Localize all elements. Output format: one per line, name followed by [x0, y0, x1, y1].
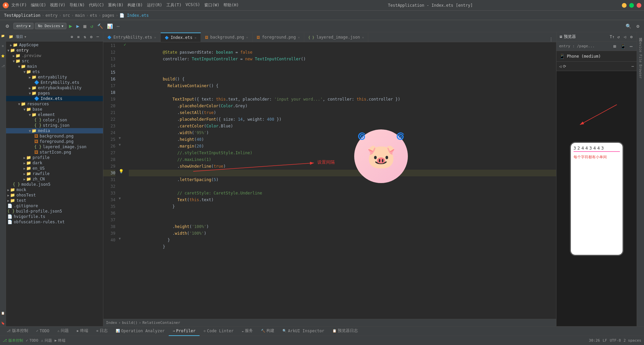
tab-layered-json[interactable]: { } layered_image.json ✕ — [304, 33, 368, 42]
tab-fg-png[interactable]: 🖼 foreground.png ✕ — [253, 33, 304, 42]
tab-close-icon[interactable]: ✕ — [195, 36, 197, 40]
structure-icon[interactable]: ⚙ — [2, 44, 4, 48]
status-lf[interactable]: LF — [603, 338, 607, 343]
preview-settings-icon[interactable]: ⚙ — [630, 35, 633, 39]
more-run-options[interactable]: ⋯ — [115, 23, 121, 29]
tab-todo[interactable]: ✓ TODO — [32, 327, 53, 336]
menu-run[interactable]: 运行(R) — [147, 2, 162, 8]
bc-entry[interactable]: entry — [46, 13, 58, 18]
stop-button[interactable]: ■ — [82, 23, 88, 29]
tab-close-icon[interactable]: ✕ — [154, 36, 156, 39]
tab-arkui-inspector[interactable]: 🔍 ArkUI Inspector — [278, 327, 328, 336]
tree-item-pages[interactable]: ▼ 📁 pages — [6, 91, 103, 96]
tree-menu-icon[interactable]: ≡ — [77, 35, 79, 39]
preview-more-icon[interactable]: ⋯ — [629, 44, 634, 49]
menu-build[interactable]: 构建(B) — [127, 2, 143, 8]
tree-collapse-icon[interactable]: ─ — [97, 35, 99, 39]
tab-build[interactable]: 🔨 构建 — [257, 327, 278, 336]
tree-item-ohostest[interactable]: ▶ 📁 ohosTest — [6, 192, 103, 198]
tree-item-profile[interactable]: ▶ 📁 profile — [6, 155, 103, 160]
bc-build[interactable]: build() — [122, 321, 138, 325]
tree-item-module-json5[interactable]: { } module.json5 — [6, 182, 103, 187]
fold-icon-15[interactable]: ▼ — [119, 136, 121, 140]
menu-code[interactable]: 代码(C) — [89, 2, 104, 8]
tree-item-build-profile[interactable]: { } build-profile.json5 — [6, 209, 103, 214]
tree-item-element[interactable]: ▼ 📁 element — [6, 112, 103, 117]
preview-grid-icon[interactable]: ⊞ — [612, 44, 617, 49]
tree-item-string-json[interactable]: { } string.json — [6, 123, 103, 128]
bc-pages[interactable]: pages — [102, 13, 114, 18]
run-debug-button[interactable]: ▶ — [75, 23, 80, 29]
lightbulb-icon[interactable]: 💡 — [119, 169, 124, 174]
bc-app[interactable]: TestApplication — [4, 13, 40, 18]
tree-item-zh-cn[interactable]: ▶ 📁 zh_CN — [6, 176, 103, 182]
status-encoding[interactable]: UTF-8 — [610, 338, 621, 343]
tab-operation-analyzer[interactable]: 📊 Operation Analyzer — [112, 327, 169, 336]
menu-navigate[interactable]: 导航(N) — [69, 2, 85, 8]
device-dropdown[interactable]: No Devices ▼ — [35, 23, 66, 29]
preview-nav-more-icon[interactable]: ⋯ — [632, 64, 634, 69]
preview-phone-icon[interactable]: 📱 — [619, 44, 627, 49]
tab-preview-log[interactable]: 📋 预览器日志 — [328, 327, 362, 336]
menu-view[interactable]: 视图(V) — [50, 2, 65, 8]
tab-profiler[interactable]: → Profiler — [169, 327, 200, 336]
favorites-icon[interactable]: ⭐ — [1, 54, 5, 58]
tab-version-control[interactable]: ⎇ 版本控制 — [3, 327, 32, 336]
tab-bg-png[interactable]: 🖼 background.png ✕ — [201, 33, 253, 42]
status-terminal[interactable]: ▶ 终端 — [55, 338, 66, 343]
menu-window[interactable]: 窗口(W) — [204, 2, 220, 8]
bc-index[interactable]: Index — [106, 321, 117, 325]
tree-sort-icon[interactable]: ⇅ — [84, 35, 86, 39]
status-git[interactable]: ⎇ 版本控制 — [3, 338, 23, 343]
tab-close-icon[interactable]: ✕ — [246, 36, 248, 39]
preview-refresh-icon[interactable]: ↺ — [617, 35, 620, 39]
entry-dropdown[interactable]: entry ▼ — [13, 23, 34, 29]
rebuild-button[interactable]: ↺ — [89, 23, 95, 29]
tab-index[interactable]: 🔷 Index.ets ✕ — [161, 33, 201, 42]
tree-item-color-json[interactable]: { } color.json — [6, 117, 103, 123]
menu-help[interactable]: 帮助(H) — [223, 2, 239, 8]
tree-item-appscope[interactable]: ▶ 📁 AppScope — [6, 42, 103, 48]
left-bottom2[interactable]: 🔖 — [1, 322, 5, 325]
tab-entryability[interactable]: 🔷 EntryAbility.ets ✕ — [103, 33, 161, 42]
minimize-button[interactable] — [622, 3, 627, 8]
tree-item-test[interactable]: ▶ 📁 test — [6, 198, 103, 203]
code-editor[interactable]: 11 12 13 14 15 16 17 18 19 20 21 22 23 2… — [103, 42, 556, 319]
tree-add-icon[interactable]: ⊕ — [71, 35, 73, 39]
status-position[interactable]: 30:26 — [589, 338, 600, 343]
project-icon[interactable]: 📁 — [1, 34, 5, 38]
right-icon-2[interactable]: Device File Browser — [639, 40, 642, 78]
tab-log[interactable]: ≡ 日志 — [92, 327, 112, 336]
fold-icon-30[interactable]: ▼ — [119, 237, 121, 240]
tree-item-base[interactable]: ▼ 📁 base — [6, 107, 103, 112]
menu-refactor[interactable]: 重构(B) — [108, 2, 123, 8]
tree-item-entryability[interactable]: ▶ 📁 entryability — [6, 74, 103, 80]
tab-more-icon[interactable]: ⋮ — [546, 37, 556, 42]
bc-ets[interactable]: ets — [90, 13, 97, 18]
status-todo[interactable]: ✓ TODO — [26, 338, 38, 343]
tree-item-layered-json[interactable]: { } layered_image.json — [6, 144, 103, 150]
tree-dropdown-icon[interactable]: ▼ — [24, 35, 26, 39]
tree-item-main[interactable]: ▼ 📁 main — [6, 64, 103, 69]
bc-relativecontainer[interactable]: RelativeContainer — [143, 321, 180, 325]
tree-item-index-ets[interactable]: 🔷 Index.ets — [6, 96, 103, 101]
fold-icon-25[interactable]: ▼ — [119, 196, 121, 200]
tree-item-resources[interactable]: ▼ 📁 resources — [6, 101, 103, 107]
tree-item-starticon[interactable]: 🖼 startIcon.png — [6, 150, 103, 155]
tree-item-src[interactable]: ▼ 📁 src — [6, 58, 103, 64]
tree-settings-icon[interactable]: ⚙ — [90, 35, 93, 39]
tree-item-bg-png[interactable]: 🖼 background.png — [6, 133, 103, 139]
git-icon[interactable]: ⎇ — [1, 64, 5, 68]
tab-close-icon[interactable]: ✕ — [362, 36, 364, 39]
bc-src[interactable]: src — [63, 13, 70, 18]
tree-item-entry[interactable]: ▼ 📁 entry — [6, 48, 103, 53]
tree-item-media[interactable]: ▼ 📁 media — [6, 128, 103, 133]
preview-font-icon[interactable]: T↑ — [610, 35, 614, 39]
tree-item-gitignore[interactable]: 📄 .gitignore — [6, 203, 103, 209]
fold-icon-16[interactable]: ▼ — [119, 143, 121, 147]
tree-item-entryability-ets[interactable]: 🔷 EntryAbility.ets — [6, 80, 103, 85]
tree-item-dark[interactable]: ▶ 📁 dark — [6, 160, 103, 166]
tree-item-hvigor[interactable]: 📄 hvigorfile.ts — [6, 214, 103, 219]
search-icon[interactable]: 🔍 — [624, 23, 633, 29]
build-icon[interactable]: 🔨 — [96, 23, 104, 29]
